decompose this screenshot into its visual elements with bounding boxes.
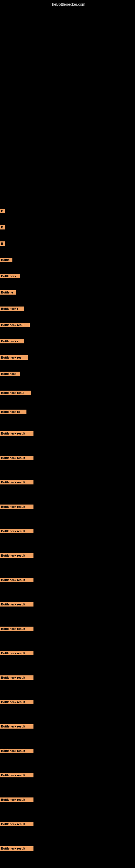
label-row-21: Bottleneck result: [0, 602, 34, 608]
bottleneck-label-1[interactable]: B: [0, 209, 5, 213]
label-row-5: Bottleneck: [0, 274, 20, 279]
label-row-14: Bottleneck result: [0, 431, 34, 437]
bottleneck-label-23[interactable]: Bottleneck result: [0, 651, 34, 655]
label-row-22: Bottleneck result: [0, 627, 34, 632]
label-row-13: Bottleneck re: [0, 410, 27, 415]
label-row-29: Bottleneck result: [0, 798, 34, 803]
bottleneck-label-31[interactable]: Bottleneck result: [0, 846, 34, 850]
bottleneck-label-19[interactable]: Bottleneck result: [0, 553, 34, 558]
bottleneck-label-9[interactable]: Bottleneck r: [0, 339, 24, 343]
label-row-8: Bottleneck resu: [0, 323, 30, 328]
bottleneck-label-15[interactable]: Bottleneck result: [0, 456, 34, 460]
bottleneck-label-3[interactable]: B: [0, 241, 5, 246]
label-row-27: Bottleneck result: [0, 749, 34, 754]
bottleneck-label-5[interactable]: Bottleneck: [0, 274, 20, 278]
bottleneck-label-18[interactable]: Bottleneck result: [0, 529, 34, 533]
label-row-15: Bottleneck result: [0, 456, 34, 461]
label-row-20: Bottleneck result: [0, 578, 34, 583]
label-row-4: Bottle: [0, 258, 12, 263]
label-row-11: Bottleneck: [0, 372, 20, 377]
label-row-17: Bottleneck result: [0, 504, 34, 510]
label-row-1: B: [0, 209, 5, 214]
label-row-18: Bottleneck result: [0, 529, 34, 534]
bottleneck-label-8[interactable]: Bottleneck resu: [0, 323, 30, 327]
bottleneck-label-29[interactable]: Bottleneck result: [0, 798, 34, 802]
bottleneck-label-4[interactable]: Bottle: [0, 258, 12, 262]
bottleneck-label-10[interactable]: Bottleneck res: [0, 355, 28, 360]
label-row-24: Bottleneck result: [0, 675, 34, 681]
label-row-16: Bottleneck result: [0, 480, 34, 486]
bottleneck-label-7[interactable]: Bottleneck r: [0, 307, 24, 311]
label-row-9: Bottleneck r: [0, 339, 24, 344]
bottleneck-label-26[interactable]: Bottleneck result: [0, 724, 34, 728]
label-row-2: B: [0, 225, 5, 230]
site-title: TheBottlenecker.com: [0, 0, 135, 9]
bottleneck-label-24[interactable]: Bottleneck result: [0, 675, 34, 680]
label-row-19: Bottleneck result: [0, 553, 34, 559]
label-row-10: Bottleneck res: [0, 355, 28, 361]
bottleneck-label-27[interactable]: Bottleneck result: [0, 749, 34, 753]
bottleneck-label-25[interactable]: Bottleneck result: [0, 700, 34, 704]
label-row-23: Bottleneck result: [0, 651, 34, 656]
bottleneck-label-30[interactable]: Bottleneck result: [0, 822, 34, 826]
label-row-30: Bottleneck result: [0, 822, 34, 827]
label-row-26: Bottleneck result: [0, 724, 34, 730]
bottleneck-label-20[interactable]: Bottleneck result: [0, 578, 34, 582]
bottleneck-label-14[interactable]: Bottleneck result: [0, 431, 34, 436]
label-row-31: Bottleneck result: [0, 846, 34, 852]
bottleneck-label-16[interactable]: Bottleneck result: [0, 480, 34, 485]
label-row-7: Bottleneck r: [0, 307, 24, 312]
label-row-6: Bottlene: [0, 290, 16, 296]
bottleneck-label-12[interactable]: Bottleneck resul: [0, 391, 31, 395]
label-row-3: B: [0, 241, 5, 247]
bottleneck-label-2[interactable]: B: [0, 225, 5, 229]
bottleneck-label-28[interactable]: Bottleneck result: [0, 773, 34, 777]
bottleneck-label-17[interactable]: Bottleneck result: [0, 504, 34, 509]
bottleneck-label-22[interactable]: Bottleneck result: [0, 627, 34, 631]
bottleneck-label-6[interactable]: Bottlene: [0, 290, 16, 294]
bottleneck-label-13[interactable]: Bottleneck re: [0, 410, 27, 414]
label-row-12: Bottleneck resul: [0, 391, 31, 396]
bottleneck-label-11[interactable]: Bottleneck: [0, 372, 20, 376]
label-row-25: Bottleneck result: [0, 700, 34, 705]
label-row-28: Bottleneck result: [0, 773, 34, 778]
bottleneck-label-21[interactable]: Bottleneck result: [0, 602, 34, 607]
